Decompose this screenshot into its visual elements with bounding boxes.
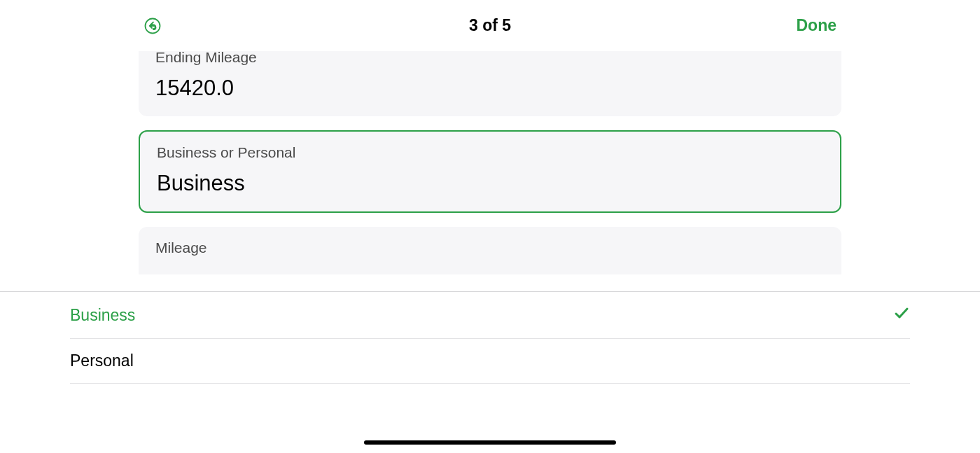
done-button[interactable]: Done (797, 16, 837, 35)
mileage-card[interactable]: Mileage (139, 227, 841, 274)
home-indicator[interactable] (364, 440, 616, 445)
field-label: Mileage (155, 239, 825, 256)
page-indicator: 3 of 5 (469, 16, 511, 35)
checkmark-icon (893, 305, 910, 326)
navigation-bar: 3 of 5 Done (0, 0, 980, 51)
business-personal-card[interactable]: Business or Personal Business (139, 130, 841, 213)
picker-option-label: Business (70, 306, 135, 325)
back-button[interactable] (144, 17, 162, 35)
field-value: 15420.0 (155, 76, 825, 101)
picker-option-label: Personal (70, 351, 134, 370)
field-label: Ending Mileage (155, 51, 825, 66)
picker-option-business[interactable]: Business (70, 292, 910, 339)
form-content: Ending Mileage 15420.0 Business or Perso… (0, 51, 980, 274)
field-label: Business or Personal (157, 144, 823, 161)
picker-panel: Business Personal (0, 291, 980, 453)
picker-option-personal[interactable]: Personal (70, 339, 910, 384)
field-value: Business (157, 171, 823, 196)
ending-mileage-card[interactable]: Ending Mileage 15420.0 (139, 51, 841, 116)
undo-icon (144, 18, 161, 34)
